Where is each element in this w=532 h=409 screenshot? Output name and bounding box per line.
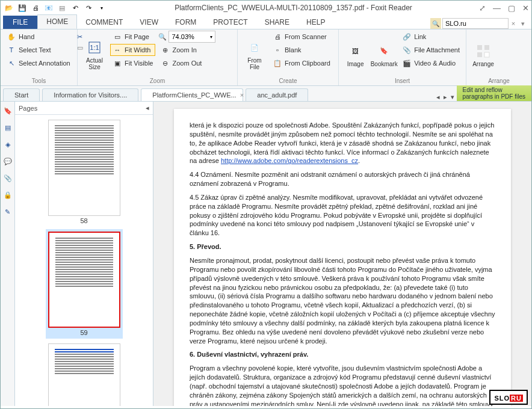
group-tools-label: Tools xyxy=(4,76,73,85)
file-attachment-button[interactable]: 📎File Attachment xyxy=(400,44,462,56)
doc-paragraph: která je k dispozici pouze od společnost… xyxy=(190,121,495,165)
magnifier-icon[interactable]: 🔍 xyxy=(158,32,167,42)
doctab-start[interactable]: Start xyxy=(3,88,40,101)
blank-page-icon: ▫ xyxy=(273,45,282,55)
blank-button[interactable]: ▫Blank xyxy=(270,44,333,56)
nav-layers-icon[interactable]: ◈ xyxy=(2,139,13,150)
zoom-out-icon: ⊖ xyxy=(160,58,170,68)
group-create-label: Create xyxy=(241,76,335,85)
search-icon[interactable]: 🔍 xyxy=(430,18,441,29)
fit-width-button[interactable]: ↔Fit Width xyxy=(110,44,155,56)
file-tab[interactable]: FILE xyxy=(3,16,37,29)
nav-comments-icon[interactable]: 💬 xyxy=(2,156,13,167)
thumbnail-number: 59 xyxy=(80,328,87,336)
thumbnail[interactable]: 59 xyxy=(46,229,123,339)
search-dropdown-icon[interactable]: ▾ xyxy=(518,20,528,28)
doctab-info[interactable]: Information for Visitors.... xyxy=(42,88,138,101)
qat-new-icon[interactable]: ▤ xyxy=(56,2,68,14)
doc-paragraph: Nesmíte pronajmout, prodat, poskytnout d… xyxy=(190,256,495,345)
search-input[interactable] xyxy=(442,18,509,29)
minimize-icon[interactable]: ― xyxy=(493,4,501,13)
from-file-button[interactable]: 📄 From File xyxy=(241,31,268,76)
nav-attachments-icon[interactable]: 📎 xyxy=(2,173,13,183)
pdf-page: která je k dispozici pouze od společnost… xyxy=(174,109,511,406)
from-clipboard-button[interactable]: 📋From Clipboard xyxy=(270,57,333,69)
doc-paragraph: Program a všechny povolené kopie, které … xyxy=(190,364,495,406)
qat-print-icon[interactable]: 🖨 xyxy=(29,2,42,14)
thumbnail-image xyxy=(48,232,120,328)
tab-help[interactable]: HELP xyxy=(298,16,333,29)
tab-home[interactable]: HOME xyxy=(37,14,77,29)
link-button[interactable]: 🔗Link xyxy=(400,31,462,43)
qat-redo-icon[interactable]: ↷ xyxy=(82,2,94,14)
doctab-anc[interactable]: anc_adult.pdf xyxy=(246,88,308,101)
svg-rect-5 xyxy=(484,52,489,57)
fit-page-button[interactable]: ▭Fit Page xyxy=(110,31,155,43)
thumbnail-image xyxy=(48,120,120,216)
image-button[interactable]: 🖼 Image xyxy=(342,31,368,76)
tab-view[interactable]: VIEW xyxy=(131,16,167,29)
doc-paragraph: 4.4 Oznámení. Nesmíte pozměnit ani odstr… xyxy=(190,170,495,188)
qat-save-icon[interactable]: 💾 xyxy=(16,2,28,14)
qat-undo-icon[interactable]: ↶ xyxy=(69,2,81,14)
hand-tool[interactable]: ✋Hand xyxy=(4,31,73,43)
doc-heading: 6. Duševní vlastnictví, vyhrazení práv. xyxy=(190,350,495,359)
group-zoom-label: Zoom xyxy=(81,76,234,85)
svg-rect-3 xyxy=(484,45,489,50)
hand-icon: ✋ xyxy=(7,32,16,42)
qat-dropdown-icon[interactable]: ▾ xyxy=(96,2,108,14)
video-audio-button[interactable]: 🎬Video & Audio xyxy=(400,57,462,69)
thumbnail-number: 58 xyxy=(80,216,87,224)
zoom-in-button[interactable]: ⊕Zoom In xyxy=(158,44,215,56)
promo-banner[interactable]: Edit and reflow paragraphs in PDF files xyxy=(457,85,532,101)
tab-menu-icon[interactable]: ▾ xyxy=(451,93,454,101)
fit-visible-icon: ▣ xyxy=(113,58,122,68)
nav-security-icon[interactable]: 🔒 xyxy=(2,189,13,200)
thumbnail-image xyxy=(48,343,120,406)
actual-size-icon: 1:1 xyxy=(86,39,103,56)
doctab-platform[interactable]: PlatformClients_PC_WWE...× xyxy=(141,88,243,101)
thumbnail[interactable]: 58 xyxy=(48,120,120,224)
select-text-tool[interactable]: ᎢSelect Text xyxy=(4,44,73,56)
video-icon: 🎬 xyxy=(402,58,412,68)
doctab-close-icon[interactable]: × xyxy=(240,91,244,99)
tab-protect[interactable]: PROTECT xyxy=(205,16,256,29)
select-annotation-tool[interactable]: ↖Select Annotation xyxy=(4,57,73,69)
scanner-icon: 🖨 xyxy=(273,32,282,42)
arrange-icon xyxy=(475,43,492,60)
maximize-icon[interactable]: ▢ xyxy=(508,4,515,13)
tab-comment[interactable]: COMMENT xyxy=(77,16,131,29)
from-file-icon: 📄 xyxy=(246,39,263,56)
clipboard-page-icon: 📋 xyxy=(273,58,282,68)
text-cursor-icon: Ꭲ xyxy=(7,45,16,55)
qat-open-icon[interactable]: 📂 xyxy=(3,2,15,14)
svg-text:1:1: 1:1 xyxy=(90,44,99,51)
tab-share[interactable]: SHARE xyxy=(256,16,298,29)
zoom-combo[interactable]: 74.03%▾ xyxy=(169,31,215,43)
fit-visible-button[interactable]: ▣Fit Visible xyxy=(110,57,155,69)
tab-next-icon[interactable]: ▸ xyxy=(444,93,447,101)
actual-size-button[interactable]: 1:1 Actual Size xyxy=(81,31,108,76)
bookmark-icon: 🔖 xyxy=(376,43,392,60)
cursor-icon: ↖ xyxy=(7,58,16,68)
close-icon[interactable]: ✕ xyxy=(522,4,529,13)
thumbnails-list[interactable]: 58 59 xyxy=(15,115,153,406)
tab-form[interactable]: FORM xyxy=(167,16,205,29)
svg-rect-4 xyxy=(477,52,482,57)
arrange-button[interactable]: Arrange xyxy=(470,31,496,76)
document-view[interactable]: která je k dispozici pouze od společnost… xyxy=(153,102,531,406)
nav-signatures-icon[interactable]: ✎ xyxy=(2,206,13,217)
doc-link[interactable]: http://www.adobe.com/go/readerextensions… xyxy=(221,157,358,164)
thumbnail[interactable] xyxy=(48,343,120,406)
group-arrange-label: Arrange xyxy=(470,76,528,85)
panel-collapse-icon[interactable]: ◂ xyxy=(146,104,149,112)
tab-prev-icon[interactable]: ◂ xyxy=(436,93,440,101)
ribbon-collapse-icon[interactable]: ⤢ xyxy=(479,4,486,13)
qat-mail-icon[interactable]: 📧 xyxy=(43,2,55,14)
nav-pages-icon[interactable]: ▤ xyxy=(2,122,13,133)
nav-bookmarks-icon[interactable]: 🔖 xyxy=(2,105,13,116)
zoom-out-button[interactable]: ⊖Zoom Out xyxy=(158,57,215,69)
bookmark-button[interactable]: 🔖 Bookmark xyxy=(371,31,397,76)
from-scanner-button[interactable]: 🖨From Scanner xyxy=(270,31,333,43)
search-clear-icon[interactable]: × xyxy=(509,20,518,27)
